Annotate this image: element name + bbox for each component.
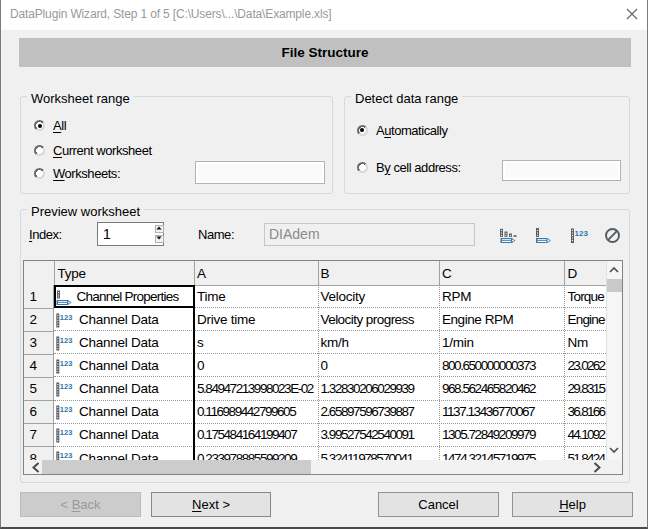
svg-text:123: 123 <box>60 336 73 345</box>
svg-text:123: 123 <box>60 405 73 414</box>
svg-text:123: 123 <box>60 428 73 437</box>
svg-text:123: 123 <box>60 451 73 460</box>
svg-text:123: 123 <box>575 229 589 238</box>
svg-text:123: 123 <box>60 382 73 391</box>
svg-text:123: 123 <box>60 359 73 368</box>
svg-text:123: 123 <box>60 313 73 322</box>
